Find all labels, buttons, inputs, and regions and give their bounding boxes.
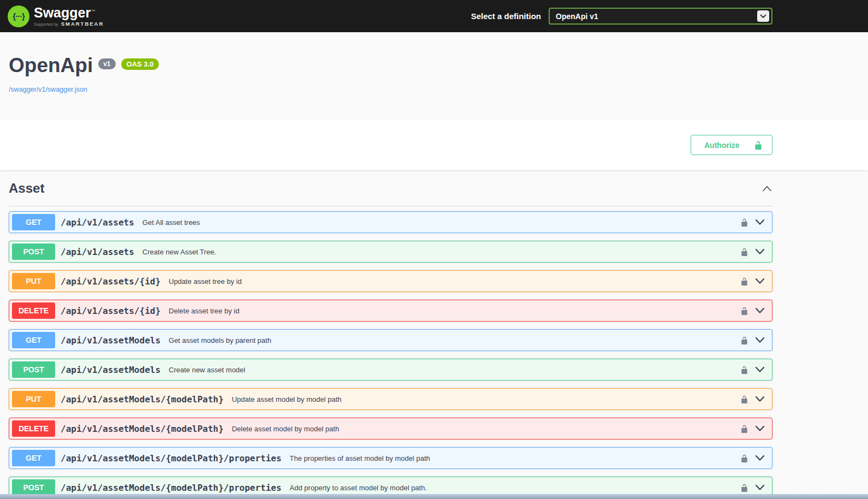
operation-summary: Create new Asset Tree. — [142, 248, 216, 256]
logo-braces-glyph: {···} — [13, 11, 25, 21]
operation-summary: Update asset tree by id — [169, 277, 242, 286]
operation-summary: Get asset models by parent path — [169, 336, 271, 344]
operation-summary: Delete asset tree by id — [169, 307, 239, 315]
method-badge: PUT — [12, 391, 55, 407]
operation-summary: Update asset model by model path — [232, 395, 342, 403]
method-badge: DELETE — [12, 302, 55, 319]
spec-url-link[interactable]: /swagger/v1/swagger.json — [9, 86, 87, 93]
info-section: OpenApi v1 OAS 3.0 /swagger/v1/swagger.j… — [0, 32, 868, 120]
definition-picker: Select a definition OpenApi v1 — [471, 8, 772, 25]
chevron-down-icon[interactable] — [754, 395, 765, 403]
chevron-down-icon — [760, 14, 766, 19]
brand-wordmark: Swagger™ — [34, 6, 104, 20]
method-badge: DELETE — [12, 420, 55, 437]
chevron-down-icon[interactable] — [754, 336, 765, 344]
method-badge: GET — [12, 332, 55, 348]
logo-text-stack: Swagger™ Supported by SMARTBEAR — [34, 6, 104, 27]
method-badge: POST — [12, 361, 55, 378]
method-badge: GET — [12, 214, 55, 230]
lock-icon[interactable] — [740, 306, 748, 316]
tagline-prefix: Supported by — [34, 22, 58, 27]
chevron-down-icon[interactable] — [754, 307, 765, 314]
page-title: OpenApi — [9, 55, 93, 76]
operation-path: /api/v1/assetModels — [61, 365, 160, 375]
method-badge: POST — [12, 243, 55, 260]
lock-icon[interactable] — [740, 395, 748, 404]
chevron-down-icon[interactable] — [754, 425, 765, 432]
operation-path: /api/v1/assetModels/{modelPath} — [61, 394, 224, 405]
operation-row[interactable]: GET /api/v1/assetModels/{modelPath}/prop… — [9, 447, 772, 469]
tag-header-asset[interactable]: Asset — [9, 170, 772, 206]
method-badge: PUT — [12, 273, 55, 289]
smartbear-brand: SMARTBEAR — [61, 21, 104, 27]
operation-path: /api/v1/assetModels/{modelPath} — [61, 424, 224, 434]
method-badge: GET — [12, 450, 55, 466]
operation-path: /api/v1/assetModels/{modelPath}/properti… — [61, 453, 282, 464]
chevron-down-icon[interactable] — [754, 484, 765, 491]
chevron-down-icon[interactable] — [754, 248, 765, 256]
operation-path: /api/v1/assets — [61, 217, 134, 228]
operation-summary: The properties of asset model by model p… — [290, 454, 430, 462]
swagger-logo[interactable]: {···} Swagger™ Supported by SMARTBEAR — [8, 5, 104, 27]
oas-badge: OAS 3.0 — [121, 58, 159, 70]
authorize-button[interactable]: Authorize — [691, 135, 772, 155]
scheme-container: Authorize — [0, 120, 868, 170]
logo-tagline: Supported by SMARTBEAR — [34, 21, 104, 27]
operation-summary: Get All asset trees — [142, 218, 200, 227]
operation-path: /api/v1/assets — [61, 247, 134, 257]
definition-select[interactable]: OpenApi v1 — [549, 8, 772, 25]
operation-list: GET /api/v1/assets Get All asset trees P… — [9, 206, 772, 498]
lock-icon[interactable] — [740, 336, 748, 345]
trademark-symbol: ™ — [91, 8, 95, 13]
lock-icon[interactable] — [740, 277, 748, 286]
lock-icon[interactable] — [740, 365, 748, 375]
lock-icon[interactable] — [740, 483, 748, 492]
operation-row[interactable]: GET /api/v1/assets Get All asset trees — [9, 211, 772, 233]
window-bottom-edge — [0, 494, 868, 499]
operation-row[interactable]: POST /api/v1/assetModels Create new asse… — [9, 359, 772, 381]
chevron-down-icon[interactable] — [754, 218, 765, 226]
operation-path: /api/v1/assets/{id} — [61, 276, 160, 287]
definition-select-label: Select a definition — [471, 11, 541, 21]
operation-path: /api/v1/assetModels — [61, 335, 160, 346]
tag-title: Asset — [9, 181, 44, 196]
operation-row[interactable]: PUT /api/v1/assetModels/{modelPath} Upda… — [9, 388, 772, 410]
topbar: {···} Swagger™ Supported by SMARTBEAR Se… — [0, 0, 868, 32]
operation-summary: Add property to asset model by model pat… — [290, 484, 427, 492]
operation-row[interactable]: PUT /api/v1/assets/{id} Update asset tre… — [9, 270, 772, 292]
operations-section: Asset GET /api/v1/assets Get All asset t… — [0, 170, 868, 498]
unlock-icon — [754, 140, 763, 150]
operation-row[interactable]: GET /api/v1/assetModels Get asset models… — [9, 329, 772, 351]
operation-row[interactable]: DELETE /api/v1/assets/{id} Delete asset … — [9, 300, 772, 322]
operation-path: /api/v1/assets/{id} — [61, 306, 160, 316]
title-row: OpenApi v1 OAS 3.0 — [9, 55, 772, 76]
operation-path: /api/v1/assetModels/{modelPath}/properti… — [61, 483, 282, 493]
lock-icon[interactable] — [740, 247, 748, 257]
authorize-label: Authorize — [704, 141, 740, 150]
operation-row[interactable]: DELETE /api/v1/assetModels/{modelPath} D… — [9, 418, 772, 439]
operation-row[interactable]: POST /api/v1/assets Create new Asset Tre… — [9, 241, 772, 263]
chevron-down-icon[interactable] — [754, 277, 765, 285]
chevron-up-icon[interactable] — [762, 185, 772, 192]
chevron-down-icon[interactable] — [754, 454, 765, 462]
lock-icon[interactable] — [740, 454, 748, 463]
chevron-down-icon[interactable] — [754, 366, 765, 373]
definition-selected-value: OpenApi v1 — [556, 12, 598, 21]
select-arrow-box — [757, 10, 769, 22]
method-badge: POST — [12, 479, 55, 496]
version-badge: v1 — [98, 58, 115, 69]
spec-link-row: /swagger/v1/swagger.json — [9, 84, 772, 94]
operation-summary: Delete asset model by model path — [232, 425, 340, 433]
operation-summary: Create new asset model — [169, 366, 245, 374]
lock-icon[interactable] — [740, 424, 748, 433]
swagger-logo-icon: {···} — [8, 5, 29, 27]
lock-icon[interactable] — [740, 218, 748, 227]
